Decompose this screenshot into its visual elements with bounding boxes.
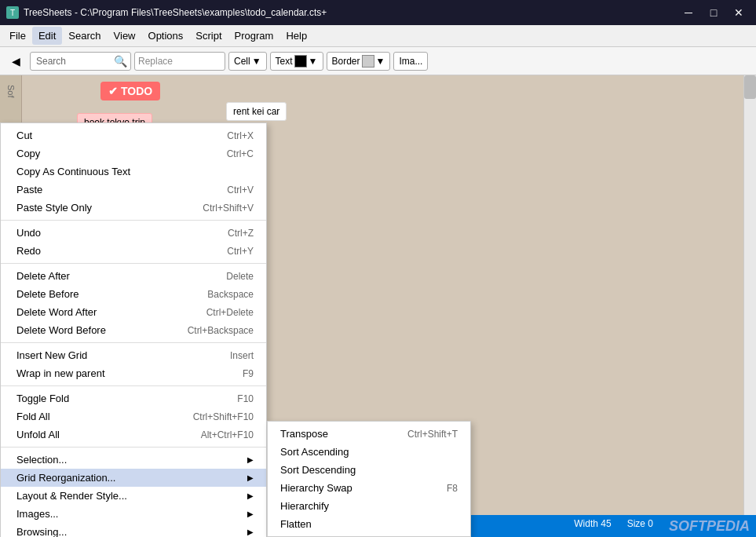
- cell-dropdown[interactable]: Cell ▼: [228, 52, 267, 71]
- submenu-hierarchy-swap[interactable]: Hierarchy Swap F8: [268, 479, 470, 497]
- menu-selection[interactable]: Selection... ▶: [1, 451, 266, 469]
- todo-check-icon: ✔: [108, 85, 118, 97]
- menu-paste[interactable]: Paste Ctrl+V: [1, 181, 266, 199]
- submenu-arrow-4: ▶: [247, 510, 254, 518]
- submenu-arrow-3: ▶: [247, 491, 254, 500]
- softpedia-logo: SOFTPEDIA: [669, 518, 750, 535]
- toolbar: ◀ Search 🔍 Replace Cell ▼ Text ▼ Border …: [0, 47, 756, 75]
- scrollbar-thumb[interactable]: [744, 75, 756, 99]
- submenu-arrow-2: ▶: [247, 473, 254, 482]
- edit-menu-dropdown: Cut Ctrl+X Copy Ctrl+C Copy As Continuou…: [0, 122, 267, 537]
- submenu-sort-desc[interactable]: Sort Descending: [268, 461, 470, 479]
- chevron-down-icon: ▼: [252, 56, 261, 67]
- replace-box: Replace: [134, 52, 225, 71]
- main-area: Sof t presentation project C tion to PPT…: [0, 75, 756, 515]
- titlebar: T TreeSheets - C:\Program Files\TreeShee…: [0, 0, 756, 25]
- submenu-flatten[interactable]: Flatten: [268, 515, 470, 533]
- menu-copy[interactable]: Copy Ctrl+C: [1, 144, 266, 163]
- menu-wrap-parent[interactable]: Wrap in new parent F9: [1, 364, 266, 382]
- menu-browsing[interactable]: Browsing... ▶: [1, 523, 266, 537]
- menu-view[interactable]: View: [108, 27, 142, 45]
- menu-program[interactable]: Program: [228, 27, 280, 45]
- menu-redo[interactable]: Redo Ctrl+Y: [1, 242, 266, 260]
- titlebar-controls[interactable]: ─ □ ✕: [677, 2, 750, 24]
- text-color-swatch: [294, 55, 307, 68]
- border-color-swatch: [362, 55, 374, 68]
- status-right: Width 45 Size 0 SOFTPEDIA: [574, 518, 750, 535]
- chevron-down-icon3: ▼: [376, 56, 385, 67]
- minimize-button[interactable]: ─: [677, 2, 699, 24]
- menu-unfold-all[interactable]: Unfold All Alt+Ctrl+F10: [1, 426, 266, 444]
- image-dropdown[interactable]: Ima...: [393, 52, 428, 71]
- menu-grid-reorg[interactable]: Grid Reorganization... ▶: [1, 469, 266, 487]
- submenu-arrow-5: ▶: [247, 528, 254, 536]
- app-icon: T: [6, 6, 19, 19]
- menu-help[interactable]: Help: [279, 27, 313, 45]
- maximize-button[interactable]: □: [703, 2, 725, 24]
- scrollbar-track[interactable]: [743, 75, 756, 515]
- width-label: Width 45: [574, 518, 611, 535]
- submenu-sort-asc[interactable]: Sort Ascending: [268, 443, 470, 461]
- menu-insert-grid[interactable]: Insert New Grid Insert: [1, 346, 266, 364]
- menu-edit[interactable]: Edit: [32, 27, 62, 45]
- menu-file[interactable]: File: [3, 27, 32, 45]
- search-icon: 🔍: [114, 55, 127, 68]
- window-title: TreeSheets - C:\Program Files\TreeSheets…: [24, 7, 327, 18]
- titlebar-left: T TreeSheets - C:\Program Files\TreeShee…: [6, 6, 327, 19]
- separator-2: [1, 263, 266, 264]
- menu-delete-word-after[interactable]: Delete Word After Ctrl+Delete: [1, 303, 266, 321]
- menu-fold-all[interactable]: Fold All Ctrl+Shift+F10: [1, 407, 266, 426]
- separator-3: [1, 342, 266, 343]
- menu-cut[interactable]: Cut Ctrl+X: [1, 126, 266, 144]
- cell-rent-kei[interactable]: rent kei car: [226, 102, 287, 121]
- menu-toggle-fold[interactable]: Toggle Fold F10: [1, 389, 266, 407]
- border-dropdown[interactable]: Border ▼: [327, 52, 391, 71]
- replace-input[interactable]: [174, 55, 221, 67]
- menu-delete-word-before[interactable]: Delete Word Before Ctrl+Backspace: [1, 321, 266, 339]
- menu-layout-render[interactable]: Layout & Render Style... ▶: [1, 487, 266, 505]
- menubar: File Edit Search View Options Script Pro…: [0, 25, 756, 47]
- search-input[interactable]: [34, 55, 112, 67]
- todo-header: ✔ TODO: [100, 82, 160, 100]
- menu-delete-before[interactable]: Delete Before Backspace: [1, 285, 266, 303]
- menu-delete-after[interactable]: Delete After Delete: [1, 267, 266, 285]
- menu-script[interactable]: Script: [189, 27, 228, 45]
- submenu-arrow: ▶: [247, 455, 254, 464]
- sidebar-label: Sof: [6, 85, 16, 98]
- todo-section: ✔ TODO book tokyo trip rent kei car make…: [100, 82, 160, 107]
- size-label: Size 0: [627, 518, 653, 535]
- chevron-down-icon2: ▼: [309, 56, 318, 67]
- submenu-hierarchify[interactable]: Hierarchify: [268, 497, 470, 515]
- menu-search[interactable]: Search: [62, 27, 107, 45]
- separator-1: [1, 220, 266, 221]
- close-button[interactable]: ✕: [728, 2, 750, 24]
- menu-options[interactable]: Options: [142, 27, 190, 45]
- search-box: Search 🔍: [30, 52, 131, 71]
- menu-paste-style[interactable]: Paste Style Only Ctrl+Shift+V: [1, 199, 266, 217]
- text-dropdown[interactable]: Text ▼: [270, 52, 323, 71]
- submenu-transpose[interactable]: Transpose Ctrl+Shift+T: [268, 425, 470, 443]
- grid-reorg-submenu: Transpose Ctrl+Shift+T Sort Ascending So…: [267, 421, 471, 537]
- nav-back-button[interactable]: ◀: [5, 50, 27, 72]
- menu-images[interactable]: Images... ▶: [1, 505, 266, 523]
- menu-copy-continuous[interactable]: Copy As Continuous Text: [1, 163, 266, 181]
- menu-undo[interactable]: Undo Ctrl+Z: [1, 224, 266, 242]
- separator-4: [1, 385, 266, 386]
- separator-5: [1, 447, 266, 448]
- replace-label: Replace: [138, 56, 173, 67]
